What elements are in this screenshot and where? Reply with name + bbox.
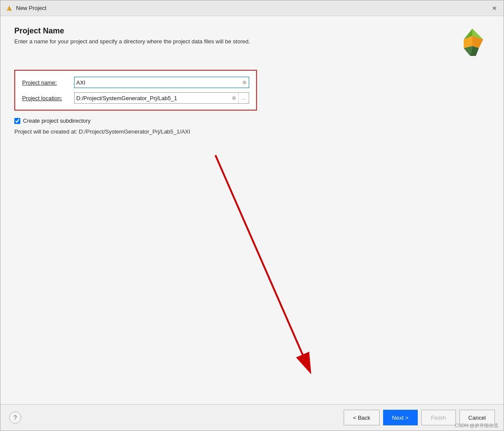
annotation-arrow: [202, 150, 323, 380]
next-button[interactable]: Next >: [383, 410, 418, 425]
svg-line-9: [215, 155, 310, 371]
create-subdir-label[interactable]: Create project subdirectory: [23, 118, 91, 124]
help-button[interactable]: ?: [9, 411, 21, 424]
svg-marker-5: [472, 36, 483, 48]
page-title: Project Name: [14, 26, 455, 36]
vivado-logo: [455, 26, 490, 61]
project-name-input-wrapper: ⊗: [74, 77, 249, 88]
create-subdir-row: Create project subdirectory: [14, 118, 490, 124]
project-location-clear-button[interactable]: ⊗: [230, 94, 238, 102]
header-text: Project Name Enter a name for your proje…: [14, 26, 455, 45]
title-bar: New Project ✕: [0, 0, 504, 16]
project-location-input[interactable]: [75, 93, 230, 103]
back-button[interactable]: < Back: [344, 410, 379, 425]
page-description: Enter a name for your project and specif…: [14, 38, 455, 45]
project-path-info: Project will be created at: D:/Project/S…: [14, 128, 490, 135]
project-location-label: Project location:: [22, 95, 74, 101]
project-name-input[interactable]: [75, 77, 240, 88]
project-location-browse-button[interactable]: …: [238, 93, 249, 103]
watermark: CSDN @岁月指尖流: [455, 422, 498, 429]
project-name-label: Project name:: [22, 79, 74, 86]
dialog-body: Project Name Enter a name for your proje…: [0, 16, 504, 404]
dialog-title: New Project: [16, 5, 46, 11]
project-name-row: Project name: ⊗: [22, 77, 249, 88]
finish-button[interactable]: Finish: [421, 410, 456, 425]
title-bar-left: New Project: [6, 5, 46, 12]
close-button[interactable]: ✕: [491, 4, 498, 12]
create-subdir-checkbox[interactable]: [14, 118, 20, 124]
header-section: Project Name Enter a name for your proje…: [14, 26, 490, 61]
project-form-section: Project name: ⊗ Project location: ⊗ …: [14, 70, 257, 111]
project-location-row: Project location: ⊗ …: [22, 92, 249, 104]
project-location-input-wrapper: ⊗ …: [74, 92, 249, 104]
dialog-footer: ? < Back Next > Finish Cancel: [0, 404, 504, 431]
project-name-clear-button[interactable]: ⊗: [240, 78, 249, 87]
footer-left: ?: [9, 411, 21, 424]
app-icon: [6, 5, 13, 12]
new-project-dialog: New Project ✕ Project Name Enter a name …: [0, 0, 504, 431]
